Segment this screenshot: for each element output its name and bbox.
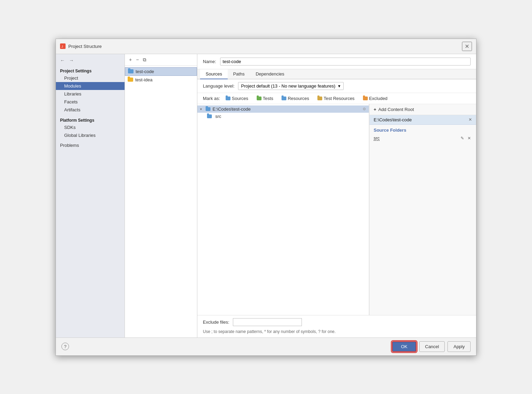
mark-resources-label: Resources [288,96,309,101]
exclude-files-input[interactable] [233,318,302,326]
project-settings-heading: Project Settings [56,67,125,74]
sidebar-item-project[interactable]: Project [56,74,125,82]
nav-back-button[interactable]: ← [59,57,66,64]
sources-folder-icon [226,97,230,100]
mark-test-resources-button[interactable]: Test Resources [315,95,357,102]
module-name-test-code: test-code [136,69,154,74]
tests-folder-icon [257,97,262,100]
svg-text:J: J [61,45,63,48]
split-area: ▾ E:\Codes\test-code ⚙ src + [197,104,476,315]
tab-dependencies[interactable]: Dependencies [250,69,290,79]
title-bar: J Project Structure ✕ [56,39,476,54]
remove-source-folder-button[interactable]: ✕ [466,135,472,141]
module-list-panel: + − ⧉ test-code test-idea [125,54,197,337]
content-root-panel: + Add Content Root E:\Codes\test-code ✕ … [369,104,476,315]
app-icon: J [60,43,66,49]
source-folder-actions: ✎ ✕ [460,135,472,141]
src-label: src [215,114,221,119]
module-folder-icon-yellow [128,78,133,82]
module-folder-icon-blue [128,69,134,73]
excluded-folder-icon [363,97,368,100]
tab-paths[interactable]: Paths [228,69,250,79]
tab-sources[interactable]: Sources [200,69,228,79]
source-folders-title: Source Folders [374,128,472,133]
dialog-footer: ? OK Cancel Apply [56,337,476,355]
dialog-title: Project Structure [68,44,102,49]
footer-right: OK Cancel Apply [392,341,471,352]
close-button[interactable]: ✕ [462,42,472,51]
right-panel: Name: Sources Paths Dependencies Languag… [197,54,476,337]
mark-test-resources-label: Test Resources [324,96,355,101]
module-header: Name: [197,54,476,69]
root-folder-icon [206,107,210,111]
cancel-button[interactable]: Cancel [419,341,445,352]
nav-arrows: ← → [56,57,125,67]
language-level-select[interactable]: Project default (13 - No new language fe… [238,82,344,90]
sidebar-item-global-libraries[interactable]: Global Libraries [56,131,125,139]
language-level-row: Language level: Project default (13 - No… [197,79,476,93]
language-level-value: Project default (13 - No new language fe… [241,83,335,89]
content-root-item: E:\Codes\test-code ✕ [370,115,476,125]
add-module-button[interactable]: + [128,56,133,63]
tree-item-root[interactable]: ▾ E:\Codes\test-code ⚙ [197,105,369,113]
mark-excluded-label: Excluded [369,96,387,101]
tree-item-src[interactable]: src [197,113,369,120]
exclude-files-row: Exclude files: [197,315,476,329]
title-bar-left: J Project Structure [60,43,102,49]
sidebar-item-artifacts[interactable]: Artifacts [56,106,125,114]
ok-button[interactable]: OK [392,341,416,352]
exclude-hint: Use ; to separate name patterns, * for a… [197,329,476,337]
sidebar: ← → Project Settings Project Modules Lib… [56,54,125,337]
mark-tests-label: Tests [263,96,273,101]
mark-resources-button[interactable]: Resources [279,95,312,102]
sidebar-item-facets[interactable]: Facets [56,98,125,106]
edit-source-folder-button[interactable]: ✎ [460,135,465,141]
dialog-body: ← → Project Settings Project Modules Lib… [56,54,476,337]
test-resources-folder-icon [317,97,322,100]
sidebar-item-libraries[interactable]: Libraries [56,90,125,98]
module-item-test-idea[interactable]: test-idea [125,76,197,84]
mark-tests-button[interactable]: Tests [254,95,276,102]
content-root-close-button[interactable]: ✕ [469,117,472,122]
sources-content: Language level: Project default (13 - No… [197,79,476,337]
module-toolbar: + − ⧉ [125,54,197,66]
mark-sources-button[interactable]: Sources [223,95,251,102]
mark-excluded-button[interactable]: Excluded [360,95,390,102]
name-label: Name: [203,59,216,64]
source-folder-item-src: src ✎ ✕ [374,135,472,142]
mark-as-row: Mark as: Sources Tests Resources [197,93,476,104]
apply-button[interactable]: Apply [447,341,471,352]
exclude-files-label: Exclude files: [203,320,229,325]
dropdown-chevron-icon: ▾ [338,83,341,89]
sidebar-item-sdks[interactable]: SDKs [56,123,125,131]
add-content-root-label: Add Content Root [378,107,414,112]
sidebar-item-problems[interactable]: Problems [56,141,125,149]
mark-as-label: Mark as: [203,96,220,101]
source-folders-section: Source Folders src ✎ ✕ [370,125,476,144]
src-folder-icon [207,114,212,118]
module-item-test-code[interactable]: test-code [125,67,197,76]
add-content-root-button[interactable]: + Add Content Root [370,104,476,115]
platform-settings-heading: Platform Settings [56,116,125,123]
module-name-test-idea: test-idea [135,77,152,82]
sidebar-item-modules[interactable]: Modules [56,82,125,90]
language-level-label: Language level: [203,83,235,89]
resources-folder-icon [282,97,286,100]
help-button[interactable]: ? [61,343,69,350]
copy-module-button[interactable]: ⧉ [141,56,148,63]
root-indicator-icon: ⚙ [363,107,366,111]
mark-sources-label: Sources [232,96,248,101]
content-root-path: E:\Codes\test-code [374,117,412,122]
chevron-down-icon: ▾ [200,107,204,111]
source-folder-name-src: src [374,135,380,141]
exclude-hint-text: Use ; to separate name patterns, * for a… [203,329,336,334]
module-name-input[interactable] [220,58,471,65]
tabs-bar: Sources Paths Dependencies [197,69,476,79]
remove-module-button[interactable]: − [135,56,140,63]
file-tree-panel: ▾ E:\Codes\test-code ⚙ src [197,104,369,315]
root-path-label: E:\Codes\test-code [213,107,251,112]
nav-forward-button[interactable]: → [68,57,75,64]
plus-icon: + [374,107,376,112]
project-structure-dialog: J Project Structure ✕ ← → Project Settin… [56,39,476,356]
module-tree: test-code test-idea [125,66,197,337]
